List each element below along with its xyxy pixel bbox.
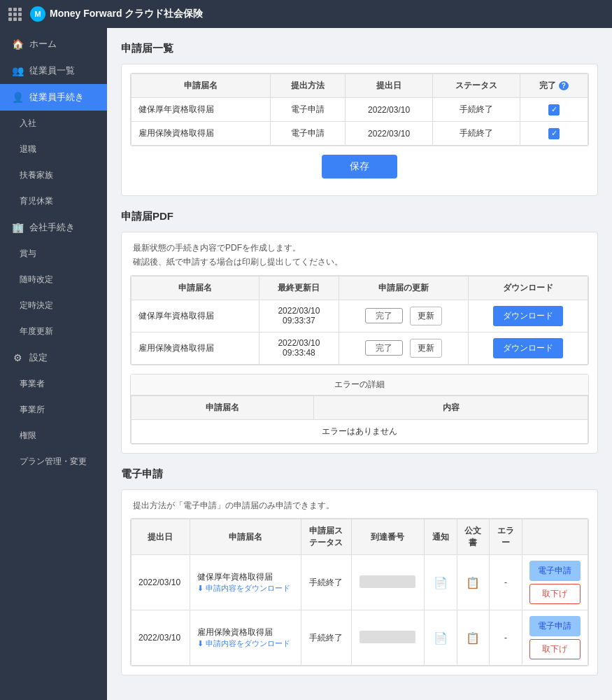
doc-icon-2[interactable]: 📋 bbox=[466, 632, 480, 644]
error-empty-message: エラーはありません bbox=[131, 419, 588, 443]
sidebar-item-dependents[interactable]: 扶養家族 bbox=[0, 162, 107, 188]
sidebar-label-office: 事業所 bbox=[20, 404, 45, 416]
pdf-col-updated: 最終更新日 bbox=[259, 276, 339, 300]
row2-name: 雇用保険資格取得届 bbox=[131, 122, 271, 146]
sidebar-item-operator[interactable]: 事業者 bbox=[0, 371, 107, 397]
pdf-row-2: 雇用保険資格取得届 2022/03/1009:33:48 完了 更新 ダウンロー… bbox=[131, 332, 588, 364]
pdf-info-line2: 確認後、紙で申請する場合は印刷し提出してください。 bbox=[133, 257, 343, 267]
sidebar-label-company: 会社手続き bbox=[29, 221, 75, 234]
electronic-table: 提出日 申請届名 申請届ステータス 到達番号 通知 公文書 エラー bbox=[131, 519, 588, 666]
sidebar-label-resign: 退職 bbox=[20, 144, 36, 155]
electronic-section-title: 電子申請 bbox=[121, 468, 598, 481]
elec-col-name: 申請届名 bbox=[190, 519, 301, 555]
pdf-row2-updated: 2022/03/1009:33:48 bbox=[259, 332, 339, 364]
sidebar-item-yearupdate[interactable]: 年度更新 bbox=[0, 318, 107, 344]
elec-row1-doc: 📋 bbox=[457, 555, 490, 610]
elec-row1-cancel-btn[interactable]: 取下げ bbox=[529, 584, 581, 604]
elec-row2-name-text: 雇用保険資格取得届 bbox=[197, 626, 294, 638]
sidebar-item-office[interactable]: 事業所 bbox=[0, 397, 107, 423]
elec-row2-notify: 📄 bbox=[425, 610, 457, 666]
complete-checkbox-2[interactable]: ✓ bbox=[548, 128, 560, 139]
pdf-col-update: 申請届の更新 bbox=[339, 276, 468, 300]
app-header: M Money Forward クラウド社会保険 bbox=[0, 0, 612, 28]
row2-method: 電子申請 bbox=[271, 122, 346, 146]
notify-icon-2[interactable]: 📄 bbox=[434, 632, 448, 644]
pdf-row1-name: 健保厚年資格取得届 bbox=[131, 300, 259, 332]
elec-row1-name-text: 健保厚年資格取得届 bbox=[197, 571, 294, 583]
sidebar-item-authority[interactable]: 権限 bbox=[0, 423, 107, 449]
row2-complete[interactable]: ✓ bbox=[520, 122, 588, 146]
pdf-row1-download-btn[interactable]: ダウンロード bbox=[493, 306, 563, 326]
sidebar-label-operator: 事業者 bbox=[20, 378, 45, 390]
logo-icon: M bbox=[30, 6, 45, 22]
grid-menu-icon[interactable] bbox=[8, 8, 22, 21]
sidebar-item-plan[interactable]: プラン管理・変更 bbox=[0, 449, 107, 475]
elec-row1-submit-btn[interactable]: 電子申請 bbox=[529, 561, 581, 581]
sidebar-label-revision: 随時改定 bbox=[20, 274, 53, 286]
sidebar-item-salary[interactable]: 賞与 bbox=[0, 241, 107, 267]
elec-col-notify: 通知 bbox=[425, 519, 457, 555]
complete-tooltip-icon[interactable]: ? bbox=[559, 81, 569, 90]
pdf-info-line1: 最新状態の手続き内容でPDFを作成します。 bbox=[133, 243, 301, 253]
pdf-section: 申請届PDF 最新状態の手続き内容でPDFを作成します。 確認後、紙で申請する場… bbox=[121, 210, 598, 454]
sidebar-item-annual[interactable]: 定時決定 bbox=[0, 293, 107, 318]
elec-row2-download-link[interactable]: 申請内容をダウンロード bbox=[197, 639, 290, 648]
sidebar-item-settings[interactable]: ⚙ 設定 bbox=[0, 344, 107, 371]
sidebar: 🏠 ホーム 👥 従業員一覧 👤 従業員手続き 入社 退職 扶養家族 育児休業 🏢… bbox=[0, 28, 107, 700]
elec-row2-cancel-btn[interactable]: 取下げ bbox=[529, 639, 581, 659]
pdf-section-title: 申請届PDF bbox=[121, 210, 598, 223]
col-name: 申請届名 bbox=[131, 74, 271, 98]
company-icon: 🏢 bbox=[11, 222, 24, 233]
save-button[interactable]: 保存 bbox=[322, 155, 397, 178]
employees-icon: 👥 bbox=[11, 65, 24, 76]
pdf-row1-status: 完了 bbox=[365, 308, 403, 323]
pdf-col-name: 申請届名 bbox=[131, 276, 259, 300]
col-complete: 完了 ? bbox=[520, 74, 588, 98]
elec-row2-error: - bbox=[490, 610, 522, 666]
home-icon: 🏠 bbox=[11, 38, 24, 50]
app-name: Money Forward クラウド社会保険 bbox=[50, 8, 203, 20]
elec-row1-date: 2022/03/10 bbox=[131, 555, 190, 610]
elec-row1-error: - bbox=[490, 555, 522, 610]
pdf-col-download: ダウンロード bbox=[468, 276, 588, 300]
sidebar-item-home[interactable]: 🏠 ホーム bbox=[0, 31, 107, 57]
settings-icon: ⚙ bbox=[11, 352, 24, 363]
pdf-row2-name: 雇用保険資格取得届 bbox=[131, 332, 259, 364]
sidebar-item-entry[interactable]: 入社 bbox=[0, 111, 107, 136]
sidebar-label-childcare: 育児休業 bbox=[20, 195, 53, 207]
complete-checkbox-1[interactable]: ✓ bbox=[548, 104, 560, 115]
elec-col-date: 提出日 bbox=[131, 519, 190, 555]
sidebar-item-company[interactable]: 🏢 会社手続き bbox=[0, 214, 107, 241]
sidebar-item-employees[interactable]: 👥 従業員一覧 bbox=[0, 57, 107, 84]
sidebar-item-childcare[interactable]: 育児休業 bbox=[0, 188, 107, 214]
pdf-row2-download-btn[interactable]: ダウンロード bbox=[493, 338, 563, 358]
elec-col-error: エラー bbox=[490, 519, 522, 555]
pdf-row1-update-btn[interactable]: 更新 bbox=[410, 307, 442, 326]
application-list-title: 申請届一覧 bbox=[121, 42, 598, 55]
pdf-row2-status: 完了 bbox=[365, 340, 403, 356]
application-list-table-wrapper: 申請届名 提出方法 提出日 ステータス 完了 ? 健保厚年資格取得届 bbox=[130, 73, 589, 146]
pdf-row2-update-btn[interactable]: 更新 bbox=[410, 339, 442, 358]
pdf-row2-status-cell: 完了 更新 bbox=[339, 332, 468, 364]
row1-complete[interactable]: ✓ bbox=[520, 98, 588, 122]
elec-row2-arrival bbox=[351, 610, 425, 666]
sidebar-item-procedures[interactable]: 👤 従業員手続き bbox=[0, 84, 107, 111]
elec-row1-notify: 📄 bbox=[425, 555, 457, 610]
sidebar-item-resign[interactable]: 退職 bbox=[0, 136, 107, 162]
sidebar-label-entry: 入社 bbox=[20, 118, 36, 130]
elec-col-status: 申請届ステータス bbox=[301, 519, 351, 555]
elec-row1-download-link[interactable]: 申請内容をダウンロード bbox=[197, 584, 290, 592]
elec-row2-submit-btn[interactable]: 電子申請 bbox=[529, 616, 581, 636]
sidebar-item-revision[interactable]: 随時改定 bbox=[0, 267, 107, 293]
pdf-row1-download-cell: ダウンロード bbox=[468, 300, 588, 332]
elec-col-doc: 公文書 bbox=[457, 519, 490, 555]
pdf-row-1: 健保厚年資格取得届 2022/03/1009:33:37 完了 更新 ダウンロー… bbox=[131, 300, 588, 332]
elec-row2-status: 手続終了 bbox=[301, 610, 351, 666]
doc-icon-1[interactable]: 📋 bbox=[466, 577, 480, 589]
application-list-table: 申請届名 提出方法 提出日 ステータス 完了 ? 健保厚年資格取得届 bbox=[131, 74, 588, 146]
row1-method: 電子申請 bbox=[271, 98, 346, 122]
sidebar-label-employees: 従業員一覧 bbox=[29, 64, 75, 77]
notify-icon-1[interactable]: 📄 bbox=[434, 577, 448, 589]
table-row: 雇用保険資格取得届 電子申請 2022/03/10 手続終了 ✓ bbox=[131, 122, 588, 146]
sidebar-label-home: ホーム bbox=[29, 38, 57, 50]
